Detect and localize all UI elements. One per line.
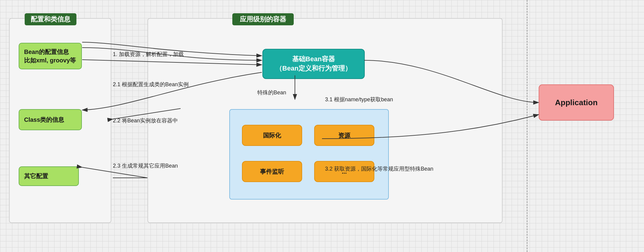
i18n-box: 国际化 xyxy=(242,125,302,146)
other-config-box: 其它配置 xyxy=(19,166,79,186)
dashed-divider xyxy=(527,0,528,252)
event-box: 事件监听 xyxy=(242,161,302,182)
application-box: Application xyxy=(539,84,614,121)
middle-box-title: 应用级别的容器 xyxy=(232,13,294,25)
resource-text: 资源 xyxy=(338,131,350,140)
label-arrow3-1: 3.1 根据name/type获取bean xyxy=(325,96,393,103)
teal-bean-container: 基础Bean容器 （Bean定义和行为管理） xyxy=(262,49,365,79)
middle-box: 应用级别的容器 基础Bean容器 （Bean定义和行为管理） 国际化 资源 事件… xyxy=(147,18,503,223)
label-arrow2-1: 2.1 根据配置生成类的Bean实例 xyxy=(113,81,189,88)
left-box-title: 配置和类信息 xyxy=(25,13,76,25)
diagram-container: 配置和类信息 Bean的配置信息比如xml, groovy等 Class类的信息… xyxy=(0,0,644,252)
label-arrow2-2: 2.2 将Bean实例放在容器中 xyxy=(113,117,178,124)
other-config-text: 其它配置 xyxy=(24,172,48,180)
bean-config-text: Bean的配置信息比如xml, groovy等 xyxy=(24,49,76,64)
teal-box-line1: 基础Bean容器 xyxy=(292,55,335,64)
resource-box: 资源 xyxy=(314,125,374,146)
left-box: 配置和类信息 Bean的配置信息比如xml, groovy等 Class类的信息… xyxy=(9,18,111,223)
label-special-bean: 特殊的Bean xyxy=(257,89,286,96)
label-arrow2-3: 2.3 生成常规其它应用Bean xyxy=(113,162,178,169)
class-info-box: Class类的信息 xyxy=(19,109,82,130)
label-arrow3-2: 3.2 获取资源，国际化等常规应用型特殊Bean xyxy=(325,165,433,172)
blue-special-bean-box: 国际化 资源 事件监听 ... xyxy=(229,109,389,200)
class-info-text: Class类的信息 xyxy=(24,116,64,124)
bean-config-box: Bean的配置信息比如xml, groovy等 xyxy=(19,43,82,69)
application-text: Application xyxy=(555,98,598,107)
event-text: 事件监听 xyxy=(260,168,284,176)
i18n-text: 国际化 xyxy=(263,131,281,140)
label-arrow1: 1. 加载资源，解析配置，加载 xyxy=(113,51,184,58)
teal-box-line2: （Bean定义和行为管理） xyxy=(276,64,351,73)
